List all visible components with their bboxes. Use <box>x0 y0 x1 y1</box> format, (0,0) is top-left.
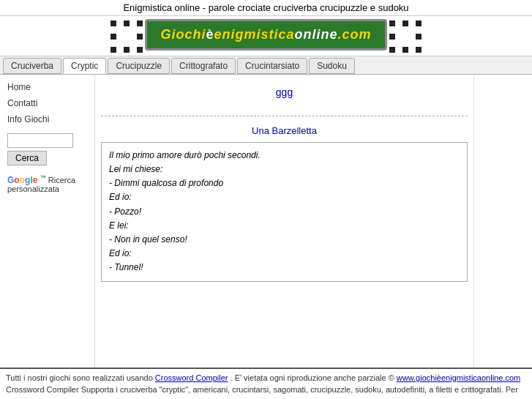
nav-tabs: Cruciverba Cryptic Crucipuzzle Crittogra… <box>0 56 532 75</box>
page-title: Enigmistica online - parole crociate cru… <box>123 2 408 13</box>
tab-crucintarsiato[interactable]: Crucintarsiato <box>237 58 307 74</box>
logo-area: Giochièenigmisticaonline.com <box>0 16 532 56</box>
tab-crittografato[interactable]: Crittografato <box>171 58 236 74</box>
footer-link-crossword-compiler[interactable]: Crossword Compiler <box>155 373 228 382</box>
barzelletta-line-1: Lei mi chiese: <box>109 164 162 174</box>
barzelletta-line-7: Ed io: <box>109 248 132 258</box>
main-layout: Home Contatti Info Giochi Cerca Google ™… <box>0 75 532 368</box>
tab-cryptic[interactable]: Cryptic <box>63 58 106 74</box>
barzelletta-line-4: - Pozzo! <box>109 206 141 217</box>
barzelletta-line-5: E lei: <box>109 220 129 231</box>
sidebar-search: Cerca <box>0 127 94 171</box>
separator <box>101 116 468 116</box>
site-logo[interactable]: Giochièenigmisticaonline.com <box>145 19 386 51</box>
crossword-left-icon <box>110 20 143 53</box>
title-bar: Enigmistica online - parole crociate cru… <box>0 0 532 16</box>
barzelletta-line-3: Ed io: <box>109 192 132 202</box>
tab-sudoku[interactable]: Sudoku <box>309 58 355 74</box>
main-content: ggg Una Barzelletta Il mio primo amore d… <box>95 75 473 291</box>
search-button[interactable]: Cerca <box>7 151 47 165</box>
google-logo: Google <box>7 174 40 184</box>
tab-crucipuzzle[interactable]: Crucipuzzle <box>108 58 170 74</box>
barzelletta-line-8: - Tunnel! <box>109 262 143 272</box>
footer-link-site[interactable]: www.giochièenigmisticaonline.com <box>397 373 520 382</box>
content-area: ggg Una Barzelletta Il mio primo amore d… <box>95 75 473 368</box>
search-input[interactable] <box>7 133 73 148</box>
barzelletta-box: Il mio primo amore durò pochi secondi. L… <box>101 142 468 282</box>
google-search-label: Google ™ Ricerca personalizzata <box>0 171 94 197</box>
sidebar-item-home[interactable]: Home <box>0 79 94 95</box>
tab-cruciverba[interactable]: Cruciverba <box>3 58 61 74</box>
barzelletta-title: Una Barzelletta <box>101 122 468 139</box>
sidebar-item-contatti[interactable]: Contatti <box>0 95 94 111</box>
barzelletta-line-6: - Non in quel senso! <box>109 234 187 245</box>
right-column <box>473 75 532 368</box>
footer-text1: Tutti i nostri giochi sono realizzati us… <box>6 373 153 382</box>
footer-text3: Crossword Compiler Supporta i cruciverba… <box>6 385 518 399</box>
ggg-heading: ggg <box>101 81 468 110</box>
sidebar: Home Contatti Info Giochi Cerca Google ™… <box>0 75 95 368</box>
sidebar-item-info-giochi[interactable]: Info Giochi <box>0 111 94 127</box>
footer-text2: . E' vietata ogni riproduzione anche par… <box>231 373 394 382</box>
barzelletta-line-2: - Dimmi qualcosa di profondo <box>109 178 223 188</box>
crossword-right-icon <box>389 20 422 53</box>
barzelletta-section: Una Barzelletta Il mio primo amore durò … <box>101 122 468 282</box>
barzelletta-line-0: Il mio primo amore durò pochi secondi. <box>109 150 261 160</box>
footer-bar: Tutti i nostri giochi sono realizzati us… <box>0 368 532 399</box>
